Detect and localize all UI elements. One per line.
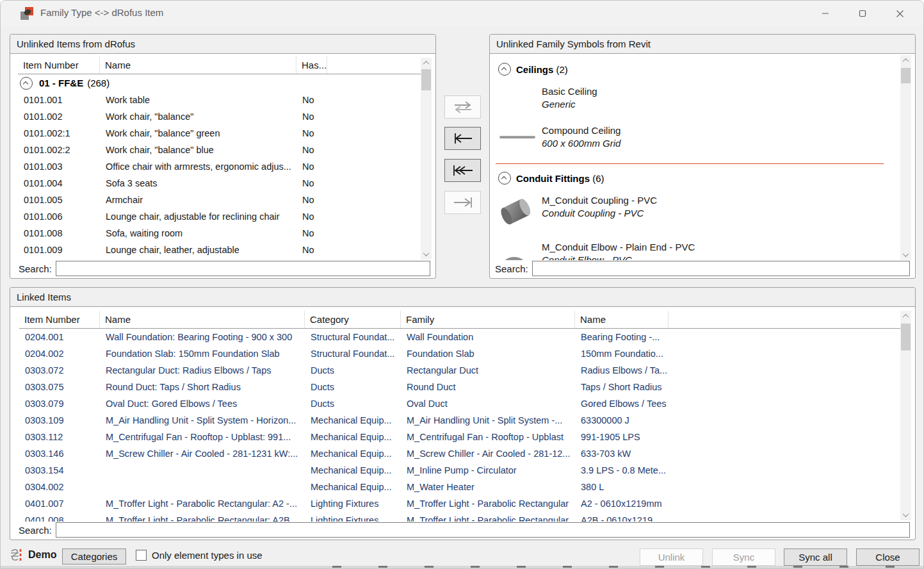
has-cell: No xyxy=(296,175,327,192)
category-cell: Lighting Fixtures xyxy=(305,512,401,522)
left-table-rows: 01 - FF&E (268) 0101.001 Work table No 0… xyxy=(18,74,421,259)
column-header-family[interactable]: Family xyxy=(401,311,575,328)
table-row[interactable]: 0101.008 Sofa, waiting room No xyxy=(18,225,421,242)
scrollbar-thumb[interactable] xyxy=(901,68,911,83)
scrollbar-thumb[interactable] xyxy=(421,69,431,90)
brand-label: Demo xyxy=(28,549,56,561)
close-button[interactable]: Close xyxy=(856,548,920,566)
left-scrollbar[interactable] xyxy=(421,58,432,260)
arrow-to-bar-left-icon xyxy=(452,132,474,145)
table-row[interactable]: 0303.072 Rectangular Duct: Radius Elbows… xyxy=(19,362,900,379)
left-search-input[interactable] xyxy=(56,261,430,276)
unlink-button[interactable]: Unlink xyxy=(640,548,703,566)
name-cell: M_Troffer Light - Parabolic Rectangular:… xyxy=(100,495,305,512)
family-symbol-item[interactable]: Compound Ceiling 600 x 600mm Grid xyxy=(499,124,900,150)
item-number-cell: 0101.008 xyxy=(18,225,100,242)
type-name-cell: 380 L xyxy=(575,479,669,495)
family-name: Basic Ceiling xyxy=(542,85,597,98)
maximize-button[interactable] xyxy=(844,1,881,26)
family-cell: M_Screw Chiller - Air Cooled - 281-12... xyxy=(401,445,575,462)
table-row[interactable]: 0304.002 Mechanical Equip... M_Water Hea… xyxy=(19,479,900,495)
linked-search-input[interactable] xyxy=(56,522,910,538)
only-in-use-option: Only element types in use xyxy=(136,550,263,561)
family-symbol-item[interactable]: M_Conduit Coupling - PVC Conduit Couplin… xyxy=(499,194,900,227)
table-row[interactable]: 0303.075 Round Duct: Taps / Short Radius… xyxy=(19,379,900,395)
table-row[interactable]: 0303.146 M_Screw Chiller - Air Cooled - … xyxy=(19,445,900,462)
column-header-name[interactable]: Name xyxy=(100,56,296,74)
table-row[interactable]: 0204.002 Foundation Slab: 150mm Foundati… xyxy=(19,345,900,362)
column-header-item-number[interactable]: Item Number xyxy=(19,311,100,328)
scrollbar-thumb[interactable] xyxy=(901,324,911,350)
table-row[interactable]: 0101.002:2 Work chair, "balance" blue No xyxy=(18,142,421,158)
table-row[interactable]: 0101.003 Office chair with armrests, erg… xyxy=(18,158,421,175)
table-row[interactable]: 0101.001 Work table No xyxy=(18,92,421,108)
item-number-cell: 0303.146 xyxy=(19,445,100,462)
collapse-group-icon[interactable] xyxy=(498,172,511,185)
scroll-down-icon[interactable] xyxy=(421,249,432,260)
linked-scrollbar[interactable] xyxy=(900,311,911,520)
family-name: M_Conduit Elbow - Plain End - PVC xyxy=(542,241,695,254)
type-name-cell: 63300000 J xyxy=(575,412,669,429)
scroll-up-icon[interactable] xyxy=(900,311,911,322)
sync-all-button[interactable]: Sync all xyxy=(784,548,847,566)
item-number-cell: 0101.009 xyxy=(18,242,100,258)
only-in-use-checkbox[interactable] xyxy=(136,550,147,561)
table-row[interactable]: 0401.008 M_Troffer Light - Parabolic Rec… xyxy=(19,512,900,522)
close-button[interactable] xyxy=(881,1,918,26)
transfer-link-selected-button[interactable] xyxy=(444,127,481,150)
name-cell: Lounge chair, adjustable for reclining c… xyxy=(100,208,296,225)
column-header-item-number[interactable]: Item Number xyxy=(18,56,100,74)
scroll-down-icon[interactable] xyxy=(900,509,911,520)
category-cell: Mechanical Equip... xyxy=(305,412,401,429)
table-row[interactable]: 0101.006 Lounge chair, adjustable for re… xyxy=(18,208,421,225)
column-header-type-name[interactable]: Name xyxy=(575,311,669,328)
name-cell: Work chair, "balance" green xyxy=(100,125,296,142)
family-symbols-tree: Ceilings (2) Basic Ceiling Generic Compo… xyxy=(490,55,900,260)
family-symbol-item[interactable]: M_Conduit Elbow - Plain End - PVC Condui… xyxy=(499,241,900,260)
transfer-link-all-button[interactable] xyxy=(444,159,481,182)
close-icon xyxy=(896,10,904,18)
family-type-name: Conduit Elbow - PVC xyxy=(542,254,695,260)
column-header-category[interactable]: Category xyxy=(305,311,401,328)
transfer-unlink-to-revit-button[interactable] xyxy=(444,191,481,214)
scroll-up-icon[interactable] xyxy=(421,58,432,69)
name-cell: M_Troffer Light - Parabolic Rectangular:… xyxy=(100,512,305,522)
sync-button[interactable]: Sync xyxy=(712,548,775,566)
table-row[interactable]: 0204.001 Wall Foundation: Bearing Footin… xyxy=(19,329,900,345)
table-row[interactable]: 0303.112 M_Centrifugal Fan - Rooftop - U… xyxy=(19,429,900,445)
name-cell xyxy=(100,462,305,479)
minimize-button[interactable] xyxy=(807,1,844,26)
group-row-ffe[interactable]: 01 - FF&E (268) xyxy=(18,74,421,92)
type-name-cell: 3.9 LPS - 0.8 Mete... xyxy=(575,462,669,479)
collapse-group-icon[interactable] xyxy=(20,77,33,90)
transfer-swap-button[interactable] xyxy=(444,95,481,119)
column-header-name[interactable]: Name xyxy=(100,311,305,328)
column-header-has[interactable]: Has... xyxy=(296,56,327,74)
table-row[interactable]: 0101.004 Sofa 3 seats No xyxy=(18,175,421,192)
item-number-cell: 0303.079 xyxy=(19,395,100,412)
table-row[interactable]: 0101.009 Lounge chair, leather, adjustab… xyxy=(18,242,421,258)
family-cell: M_Troffer Light - Parabolic Rectangular xyxy=(401,512,575,522)
table-row[interactable]: 0303.109 M_Air Handling Unit - Split Sys… xyxy=(19,412,900,429)
name-cell: Work table xyxy=(100,92,296,108)
right-search-input[interactable] xyxy=(532,261,910,276)
table-row[interactable]: 0101.002 Work chair, "balance" No xyxy=(18,108,421,125)
table-row[interactable]: 0401.007 M_Troffer Light - Parabolic Rec… xyxy=(19,495,900,512)
table-row[interactable]: 0303.079 Oval Duct: Gored Elbows / Tees … xyxy=(19,395,900,412)
category-cell: Mechanical Equip... xyxy=(305,462,401,479)
table-row[interactable]: 0101.002:1 Work chair, "balance" green N… xyxy=(18,125,421,142)
right-search-row: Search: xyxy=(495,261,910,276)
collapse-group-icon[interactable] xyxy=(498,63,511,76)
table-row[interactable]: 0303.154 Mechanical Equip... M_Inline Pu… xyxy=(19,462,900,479)
table-row[interactable]: 0101.005 Armchair No xyxy=(18,192,421,208)
maximize-icon xyxy=(859,10,866,17)
right-scrollbar[interactable] xyxy=(900,55,911,260)
name-cell: Oval Duct: Gored Elbows / Tees xyxy=(100,395,305,412)
name-cell xyxy=(100,479,305,495)
scroll-up-icon[interactable] xyxy=(900,55,911,66)
scroll-down-icon[interactable] xyxy=(900,249,911,260)
tree-group-header[interactable]: Conduit Fittings (6) xyxy=(498,170,900,186)
family-symbol-item[interactable]: Basic Ceiling Generic xyxy=(499,85,900,111)
categories-button[interactable]: Categories xyxy=(62,548,126,565)
tree-group-header[interactable]: Ceilings (2) xyxy=(498,61,900,78)
